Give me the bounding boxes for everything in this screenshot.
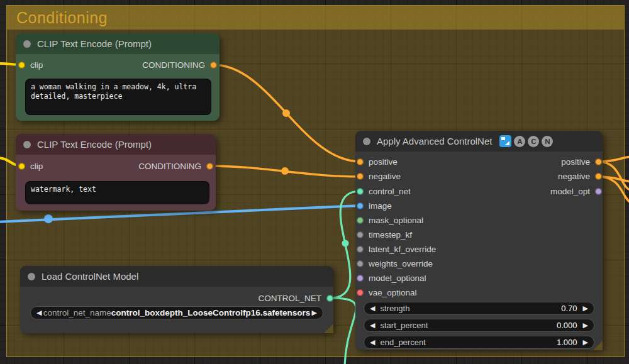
number-widget-end-percent[interactable]: ◀ end_percent 1.000 ▶ (364, 336, 594, 349)
port-dot-conditioning-icon[interactable] (595, 173, 602, 180)
port-dot-keyframe-icon[interactable] (357, 231, 364, 238)
port-label: negative (369, 172, 401, 181)
node-collapse-icon[interactable] (28, 273, 35, 280)
input-port-negative[interactable]: negative (357, 171, 401, 181)
port-dot-keyframe-icon[interactable] (357, 246, 364, 253)
node-collapse-icon[interactable] (23, 40, 31, 48)
link-out-positive-a (598, 157, 629, 162)
port-label: negative (558, 172, 590, 181)
link-controlnet-down (330, 298, 356, 364)
decrement-arrow-icon[interactable]: ◀ (370, 305, 375, 312)
decrement-arrow-icon[interactable]: ◀ (36, 309, 42, 316)
port-dot-clip-icon[interactable] (18, 62, 25, 69)
input-port-clip[interactable]: clip (18, 60, 43, 70)
node-clip-text-encode-positive[interactable]: CLIP Text Encode (Prompt) clip CONDITION… (16, 33, 220, 121)
resize-corner[interactable] (324, 324, 333, 333)
port-dot-conditioning-icon[interactable] (357, 158, 364, 165)
node-header[interactable]: CLIP Text Encode (Prompt) (16, 134, 216, 155)
widget-label: strength (380, 304, 409, 313)
port-dot-vae-icon[interactable] (357, 289, 364, 296)
decrement-arrow-icon[interactable]: ◀ (370, 322, 375, 329)
port-label: latent_kf_override (369, 245, 436, 254)
node-badges: A C N (499, 135, 553, 147)
node-title: Apply Advanced ControlNet (377, 136, 492, 146)
input-port-mask-optional[interactable]: mask_optional (357, 215, 423, 225)
combo-label: control_net_name (43, 308, 111, 317)
node-load-controlnet-model[interactable]: Load ControlNet Model CONTROL_NET ◀ cont… (20, 266, 333, 333)
node-apply-advanced-controlnet[interactable]: Apply Advanced ControlNet A C N positive… (355, 131, 603, 350)
port-label: control_net (369, 187, 411, 196)
node-header[interactable]: CLIP Text Encode (Prompt) (16, 33, 220, 54)
port-dot-keyframe-icon[interactable] (357, 260, 364, 267)
port-label: image (369, 201, 392, 211)
link-midpoint-dot (281, 167, 289, 175)
badge-n-icon: N (542, 136, 553, 147)
link-midpoint-dot (44, 214, 53, 223)
port-dot-control-net-icon[interactable] (357, 188, 364, 195)
port-label: weights_override (369, 259, 433, 268)
port-label: clip (30, 60, 43, 70)
port-dot-conditioning-icon[interactable] (357, 173, 364, 180)
node-title: CLIP Text Encode (Prompt) (37, 139, 152, 150)
increment-arrow-icon[interactable]: ▶ (312, 309, 317, 316)
combo-widget-control-net-name[interactable]: ◀ control_net_namecontrol_boxdepth_Loose… (30, 306, 323, 319)
node-collapse-icon[interactable] (363, 138, 370, 145)
node-header[interactable]: Load ControlNet Model (20, 266, 333, 287)
widget-label: end_percent (380, 338, 425, 347)
decrement-arrow-icon[interactable]: ◀ (370, 339, 375, 346)
port-dot-conditioning-icon[interactable] (210, 62, 217, 69)
output-port-conditioning[interactable]: CONDITIONING (142, 60, 217, 70)
port-dot-clip-icon[interactable] (18, 163, 25, 170)
node-clip-text-encode-negative[interactable]: CLIP Text Encode (Prompt) clip CONDITION… (16, 134, 216, 211)
badge-a-icon: A (514, 136, 525, 147)
input-port-vae-optional[interactable]: vae_optional (357, 287, 417, 297)
number-widget-start-percent[interactable]: ◀ start_percent 0.000 ▶ (364, 319, 594, 332)
node-header[interactable]: Apply Advanced ControlNet A C N (355, 131, 603, 152)
link-midpoint-dot (342, 240, 349, 247)
input-port-clip[interactable]: clip (18, 161, 43, 171)
port-label: model_optional (369, 273, 426, 283)
output-port-control-net[interactable]: CONTROL_NET (258, 293, 333, 303)
port-label: CONTROL_NET (258, 294, 321, 303)
port-dot-control-net-icon[interactable] (326, 295, 333, 302)
output-port-model-opt[interactable]: model_opt (550, 186, 602, 196)
port-dot-model-icon[interactable] (357, 275, 364, 282)
port-dot-image-icon[interactable] (357, 202, 364, 209)
output-port-negative[interactable]: negative (558, 171, 602, 181)
input-port-positive[interactable]: positive (357, 157, 398, 167)
port-dot-mask-icon[interactable] (357, 217, 364, 224)
input-port-image[interactable]: image (357, 201, 392, 211)
port-label: timestep_kf (369, 230, 412, 240)
combo-value: control_boxdepth_LooseControlfp16.safete… (111, 308, 311, 317)
output-port-positive[interactable]: positive (561, 157, 602, 167)
input-port-timestep-kf[interactable]: timestep_kf (357, 229, 412, 240)
port-label: vae_optional (369, 288, 417, 297)
port-dot-conditioning-icon[interactable] (595, 158, 602, 165)
badge-c-icon: C (528, 136, 539, 147)
input-port-latent-kf-override[interactable]: latent_kf_override (357, 244, 436, 254)
increment-arrow-icon[interactable]: ▶ (583, 339, 588, 346)
port-label: positive (369, 157, 398, 167)
prompt-textarea[interactable]: a woman walking in a meadow, 4k, ultra d… (25, 79, 211, 115)
input-port-weights-override[interactable]: weights_override (357, 258, 433, 268)
port-label: positive (561, 157, 590, 167)
advanced-controlnet-badge-icon (499, 135, 511, 147)
port-dot-model-icon[interactable] (595, 188, 602, 195)
port-dot-conditioning-icon[interactable] (206, 163, 213, 170)
combo-text[interactable]: control_net_namecontrol_boxdepth_LooseCo… (42, 308, 311, 317)
increment-arrow-icon[interactable]: ▶ (583, 322, 588, 329)
input-port-model-optional[interactable]: model_optional (357, 273, 426, 283)
increment-arrow-icon[interactable]: ▶ (583, 305, 588, 312)
widget-value[interactable]: 0.70 (561, 304, 577, 313)
output-port-conditioning[interactable]: CONDITIONING (138, 161, 213, 171)
port-label: CONDITIONING (142, 60, 205, 70)
link-midpoint-dot (282, 109, 290, 117)
graph-canvas[interactable]: Conditioning CLIP Text Encode (Prompt) c… (0, 0, 629, 364)
prompt-textarea[interactable]: watermark, text (25, 181, 209, 204)
widget-value[interactable]: 1.000 (557, 338, 577, 347)
node-collapse-icon[interactable] (23, 141, 31, 148)
widget-value[interactable]: 0.000 (557, 321, 577, 330)
input-port-control-net[interactable]: control_net (357, 186, 411, 196)
number-widget-strength[interactable]: ◀ strength 0.70 ▶ (364, 302, 594, 315)
resize-corner[interactable] (593, 341, 603, 350)
